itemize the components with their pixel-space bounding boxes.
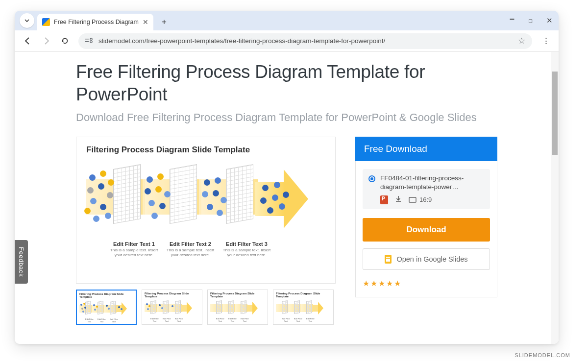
preview-title: Filtering Process Diagram Slide Template	[86, 145, 325, 155]
page-subtitle: Download Free Filtering Process Diagram …	[76, 111, 500, 124]
window-close-button[interactable]: ✕	[546, 16, 553, 25]
diagram-row	[86, 160, 325, 238]
thumbnail-strip: Filtering Process Diagram Slide Template…	[76, 290, 336, 325]
svg-rect-4	[409, 197, 416, 202]
tab-close-button[interactable]: ✕	[143, 18, 148, 26]
filter-stage-1	[86, 166, 143, 232]
feedback-tab[interactable]: Feedback	[15, 240, 28, 284]
window-minimize-button[interactable]: –	[510, 14, 514, 24]
url-text: slidemodel.com/free-powerpoint-templates…	[98, 37, 385, 45]
address-bar[interactable]: slidemodel.com/free-powerpoint-templates…	[78, 33, 532, 49]
browser-window: Free Filtering Process Diagram ✕ + – ◻ ✕…	[15, 11, 559, 344]
download-header: Free Download	[355, 137, 497, 161]
attribution-text: SLIDEMODEL.COM	[514, 352, 570, 358]
new-tab-button[interactable]: +	[157, 15, 171, 29]
browser-tab[interactable]: Free Filtering Process Diagram ✕	[37, 14, 153, 30]
nav-forward-button[interactable]	[38, 33, 54, 49]
svg-rect-0	[85, 39, 89, 39]
favicon-icon	[42, 18, 50, 26]
window-controls: – ◻ ✕	[510, 11, 553, 30]
rating-stars[interactable]: ★★★★★	[363, 279, 490, 288]
download-icon	[395, 195, 402, 204]
thumbnail-3[interactable]: Filtering Process Diagram Slide Template…	[207, 290, 268, 325]
svg-point-3	[90, 40, 92, 42]
template-preview[interactable]: Filtering Process Diagram Slide Template	[76, 137, 336, 284]
filter-stage-3	[199, 166, 255, 232]
page-content: Free Filtering Process Diagram Template …	[15, 52, 559, 325]
tabs-dropdown-button[interactable]	[20, 13, 34, 28]
download-panel: Free Download FF0484-01-filtering-proces…	[355, 137, 497, 297]
browser-menu-button[interactable]: ⋮	[538, 36, 554, 46]
thumbnail-4[interactable]: Filtering Process Diagram Slide Template…	[273, 290, 334, 325]
content-row: Filtering Process Diagram Slide Template	[76, 137, 500, 325]
thumbnail-2[interactable]: Filtering Process Diagram Slide Template…	[142, 290, 202, 325]
nav-reload-button[interactable]	[57, 33, 73, 49]
file-name: FF0484-01-filtering-process-diagram-temp…	[380, 174, 484, 192]
file-radio[interactable]	[368, 175, 375, 182]
filter-labels-row: Edit Filter Text 1 This is a sample text…	[86, 241, 325, 258]
svg-point-2	[90, 38, 92, 40]
download-body: FF0484-01-filtering-process-diagram-temp…	[355, 161, 497, 297]
window-maximize-button[interactable]: ◻	[528, 18, 533, 24]
nav-back-button[interactable]	[20, 33, 35, 49]
filter-label-1: Edit Filter Text 1 This is a sample text…	[106, 241, 162, 258]
tab-title: Free Filtering Process Diagram	[54, 19, 139, 25]
tab-strip: Free Filtering Process Diagram ✕ + – ◻ ✕	[15, 11, 559, 30]
scrollbar-track[interactable]	[551, 52, 559, 344]
page-viewport: Free Filtering Process Diagram Template …	[15, 52, 559, 344]
aspect-ratio: 16:9	[409, 196, 432, 203]
filter-label-2: Edit Filter Text 2 This is a sample text…	[162, 241, 219, 258]
browser-toolbar: slidemodel.com/free-powerpoint-templates…	[15, 30, 559, 52]
open-google-slides-button[interactable]: Open in Google Slides	[363, 248, 490, 270]
page-title: Free Filtering Process Diagram Template …	[76, 61, 500, 106]
bookmark-star-icon[interactable]: ☆	[518, 36, 525, 46]
output-arrow	[255, 167, 309, 231]
filter-label-3: Edit Filter Text 3 This is a sample text…	[219, 241, 275, 258]
filter-stage-2	[143, 166, 199, 232]
powerpoint-icon	[380, 195, 388, 204]
scrollbar-thumb[interactable]	[552, 72, 558, 155]
file-option[interactable]: FF0484-01-filtering-process-diagram-temp…	[363, 169, 490, 209]
svg-rect-1	[85, 41, 89, 42]
preview-column: Filtering Process Diagram Slide Template	[76, 137, 336, 325]
google-slides-icon	[385, 255, 392, 264]
site-info-icon[interactable]	[85, 37, 94, 45]
download-button[interactable]: Download	[363, 218, 490, 242]
thumbnail-1[interactable]: Filtering Process Diagram Slide Template…	[76, 290, 137, 325]
